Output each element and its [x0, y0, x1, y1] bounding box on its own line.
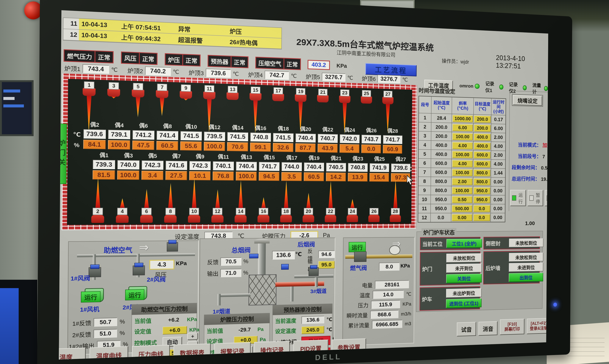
- schedule-rate-value[interactable]: 6.00: [452, 124, 473, 131]
- run-control-buttons: 运行 暂停 停止: [510, 190, 548, 206]
- current-seg-line: 当前段号： 7: [518, 152, 545, 160]
- schedule-rate-value[interactable]: 4.00: [452, 142, 473, 149]
- roof-temp-label: 炉顶2: [127, 66, 143, 75]
- flue-panel: 总烟阀 反馈 70.5 % 输出 71.0 % 136.6 ℃ 1#烟道: [199, 238, 335, 351]
- status-chip-label: 风压: [122, 52, 139, 64]
- schedule-rate-value[interactable]: 0.50: [452, 196, 472, 203]
- burner-number: 27: [384, 91, 392, 98]
- schedule-rate-value[interactable]: 1000.00: [452, 115, 473, 122]
- stop-button[interactable]: 停止: [545, 190, 548, 206]
- schedule-target-value[interactable]: 950.0: [474, 187, 490, 194]
- schedule-target-value[interactable]: 600.0: [474, 151, 490, 159]
- schedule-rate-value[interactable]: 2.00: [452, 178, 472, 185]
- door-status-state: 进到位 (工位1): [446, 298, 482, 308]
- thermocouple-label: 偶9: [196, 152, 204, 160]
- door-status-section: 炉车未出炉到位进到位 (工位1): [420, 286, 480, 311]
- burner-settings-button[interactable]: 烧嘴设定: [513, 95, 542, 106]
- alarm-source: 炉压: [227, 25, 281, 38]
- air-plus-button[interactable]: +: [187, 333, 198, 340]
- nav-button[interactable]: 温度: [59, 348, 86, 360]
- door-status-col-right: 侧密封未放松到位后炉墙未放松到位未进到位出到位: [483, 236, 540, 284]
- nav-button[interactable]: 压力曲线: [132, 345, 170, 360]
- burner-block-icon: [107, 89, 120, 97]
- roof-temp-unit: ℃: [402, 77, 408, 83]
- burner: 18: [279, 181, 293, 221]
- chamber-outv-value[interactable]: 71: [234, 358, 257, 360]
- burner-number: 8: [165, 208, 176, 215]
- thermocouple-output: 84.1: [83, 140, 106, 149]
- flame-icon: [183, 98, 189, 100]
- schedule-target-value[interactable]: 0.0: [473, 214, 490, 221]
- burner-number: 4: [117, 208, 127, 215]
- schedule-row[interactable]: 7600.0100.00800.01.44: [419, 168, 505, 178]
- door-status-state: 关到位: [446, 274, 482, 283]
- schedule-seg-cell: 11: [418, 204, 431, 213]
- system-button[interactable]: [ALT+F2] 登录&注销: [527, 318, 548, 334]
- system-button[interactable]: 试音: [457, 322, 476, 336]
- burner-number: 26: [370, 208, 379, 215]
- schedule-rate-value[interactable]: 100.00: [452, 133, 473, 140]
- schedule-time-cell: 2.00: [491, 133, 505, 142]
- schedule-row[interactable]: 11950.0500.000.00.00: [418, 204, 505, 213]
- thermocouple-label: 偶2: [90, 120, 99, 128]
- run-button[interactable]: 运行: [510, 190, 526, 206]
- schedule-target-value[interactable]: 800.0: [474, 169, 490, 176]
- chamber-plus-button[interactable]: +: [260, 353, 270, 360]
- schedule-rate-value[interactable]: 100.00: [452, 169, 472, 176]
- schedule-rate-value[interactable]: 100.00: [452, 151, 473, 158]
- roof-temp: 炉顶2740.2℃: [127, 66, 179, 76]
- rear-flue-valve-label: 后烟阀: [298, 240, 315, 248]
- schedule-target-value[interactable]: 0.0: [473, 205, 490, 212]
- monitor-brand: DELL: [315, 352, 342, 362]
- nav-button[interactable]: 温度曲线: [89, 346, 128, 360]
- burner-block-icon: [272, 93, 284, 101]
- gas-meter-unit: ℃: [406, 291, 411, 297]
- burner: 25: [360, 90, 373, 104]
- preheater-set-label: 设定温度: [275, 327, 299, 335]
- schedule-row[interactable]: 3200.0100.00400.02.00: [419, 131, 505, 142]
- flue-temp-value: 136.6: [272, 251, 295, 260]
- roof-temp: 炉顶63276.7℃: [362, 74, 408, 84]
- burner-number: 7: [157, 84, 167, 91]
- nav-button[interactable]: 数据报表: [173, 343, 211, 360]
- gas-run-indicator: 运行: [349, 242, 366, 252]
- air-set-value[interactable]: +6.0: [162, 326, 187, 335]
- schedule-target-value[interactable]: 600.0: [474, 160, 490, 168]
- schedule-row[interactable]: 120.00.000.00.00: [418, 213, 505, 222]
- schedule-row[interactable]: 9800.0100.00950.00.00: [418, 186, 505, 195]
- thermocouple-output: 99.1: [250, 143, 271, 152]
- gas-meter-value: 868.6: [370, 310, 398, 319]
- roof-temp-label: 炉顶4: [248, 70, 263, 79]
- schedule-row[interactable]: 6600.04.00600.04.00: [419, 159, 505, 169]
- thermocouple-temp: 741.5: [180, 131, 202, 141]
- schedule-row[interactable]: 10950.00.50950.00.00: [418, 195, 505, 204]
- thermocouple-label: 偶11: [218, 153, 229, 160]
- system-button[interactable]: 消音: [478, 321, 498, 336]
- schedule-rate-value[interactable]: 4.00: [452, 160, 472, 167]
- schedule-target-value[interactable]: 400.0: [474, 143, 491, 150]
- duct3-label: 3#烟道: [310, 287, 327, 295]
- schedule-target-value[interactable]: 950.0: [474, 196, 490, 203]
- preheater-set-value[interactable]: 245.0: [302, 326, 324, 334]
- schedule-rate-value[interactable]: 100.00: [452, 187, 472, 194]
- door-status-states: 未出炉到位进到位 (工位1): [446, 288, 482, 308]
- schedule-rate-value[interactable]: 0.00: [452, 214, 472, 221]
- stack-pipe: [258, 242, 266, 274]
- schedule-row[interactable]: 4400.04.00400.04.00: [419, 141, 505, 151]
- preheater-control-panel: 预热器掺冷控制 当前温度 136.6 ℃ 设定温度 245.0 ℃ 1#掺冷阀: [272, 312, 332, 360]
- fb2-label: 2#反馈: [72, 330, 91, 339]
- gas-meter-value: 14.0: [373, 290, 404, 299]
- schedule-row[interactable]: 8800.02.00800.00.00: [419, 177, 505, 187]
- system-button[interactable]: [F10] 屏幕打印: [500, 319, 525, 335]
- schedule-rate-value[interactable]: 500.00: [452, 205, 472, 212]
- burner-number: 9: [181, 84, 191, 92]
- schedule-row[interactable]: 5400.0100.00600.02.00: [419, 150, 505, 160]
- schedule-target-value[interactable]: 200.0: [474, 116, 491, 123]
- door-status-state: 未放松到位: [509, 238, 543, 247]
- nav-button[interactable]: 操作记录: [254, 341, 290, 358]
- schedule-target-value[interactable]: 400.0: [474, 133, 491, 141]
- nav-button[interactable]: 报警记录: [214, 342, 251, 360]
- schedule-target-value[interactable]: 800.0: [474, 178, 490, 185]
- schedule-target-value[interactable]: 200.0: [474, 124, 491, 132]
- pause-button[interactable]: 暂停: [528, 190, 543, 206]
